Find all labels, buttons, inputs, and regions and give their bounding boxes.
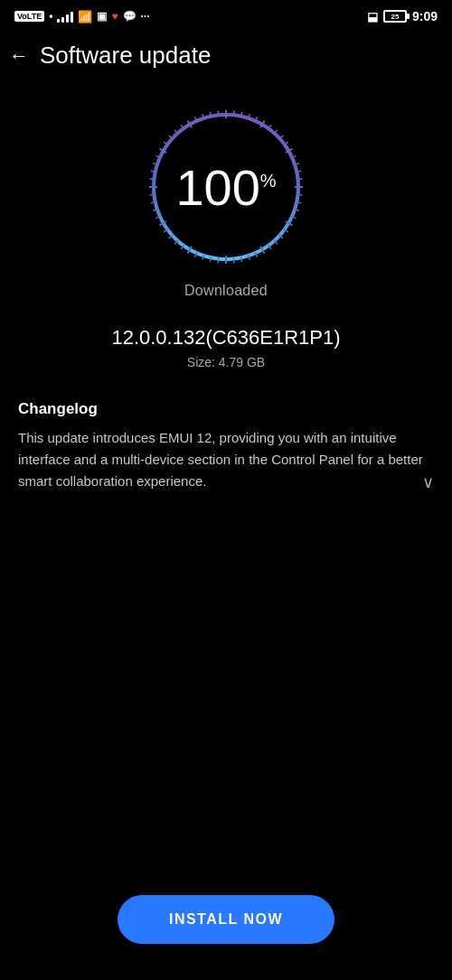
back-button[interactable]: ←: [9, 44, 29, 68]
page-title: Software update: [40, 42, 211, 70]
status-left: VoLTE • 📶 ▣ ♥ 💬 ···: [14, 10, 150, 23]
version-size: Size: 4.79 GB: [18, 355, 434, 369]
battery-icon: 25: [383, 10, 407, 23]
install-button-container: INSTALL NOW: [118, 895, 334, 944]
page-header: ← Software update: [0, 33, 452, 79]
status-right: ⬓ 25 9:09: [367, 9, 438, 23]
progress-text: 100%: [175, 158, 276, 217]
status-bar: VoLTE • 📶 ▣ ♥ 💬 ··· ⬓ 25 9:09: [0, 0, 452, 33]
svg-line-31: [297, 194, 303, 195]
progress-unit: %: [260, 171, 277, 191]
progress-number: 100%: [175, 159, 276, 216]
progress-circle: 100%: [145, 106, 307, 268]
progress-section: 100% Downloaded: [0, 79, 452, 308]
signal-bars-icon: [57, 10, 73, 23]
time-display: 9:09: [412, 9, 438, 23]
changelog-section: Changelog This update introduces EMUI 12…: [0, 378, 452, 492]
version-number: 12.0.0.132(C636E1R1P1): [18, 326, 434, 350]
svg-line-29: [297, 179, 303, 180]
wifi-icon: 📶: [78, 10, 92, 23]
signal-icon: •: [49, 10, 52, 23]
more-icon: ···: [141, 10, 150, 23]
bluetooth-icon: ⬓: [367, 10, 378, 23]
svg-line-46: [218, 258, 219, 264]
svg-line-44: [233, 258, 234, 264]
svg-line-14: [218, 110, 219, 116]
svg-line-59: [149, 194, 155, 195]
svg-line-16: [233, 110, 234, 116]
svg-line-1: [149, 179, 155, 180]
expand-icon[interactable]: ∨: [422, 472, 434, 492]
changelog-title: Changelog: [18, 400, 434, 418]
wechat-icon: 💬: [123, 10, 137, 23]
sd-icon: ▣: [97, 10, 107, 23]
downloaded-label: Downloaded: [184, 283, 268, 299]
volte-badge: VoLTE: [14, 11, 44, 22]
changelog-text-wrapper: This update introduces EMUI 12, providin…: [18, 427, 434, 492]
version-section: 12.0.0.132(C636E1R1P1) Size: 4.79 GB: [0, 308, 452, 378]
changelog-text: This update introduces EMUI 12, providin…: [18, 427, 434, 492]
heart-icon: ♥: [111, 10, 118, 23]
install-now-button[interactable]: INSTALL NOW: [118, 895, 334, 944]
